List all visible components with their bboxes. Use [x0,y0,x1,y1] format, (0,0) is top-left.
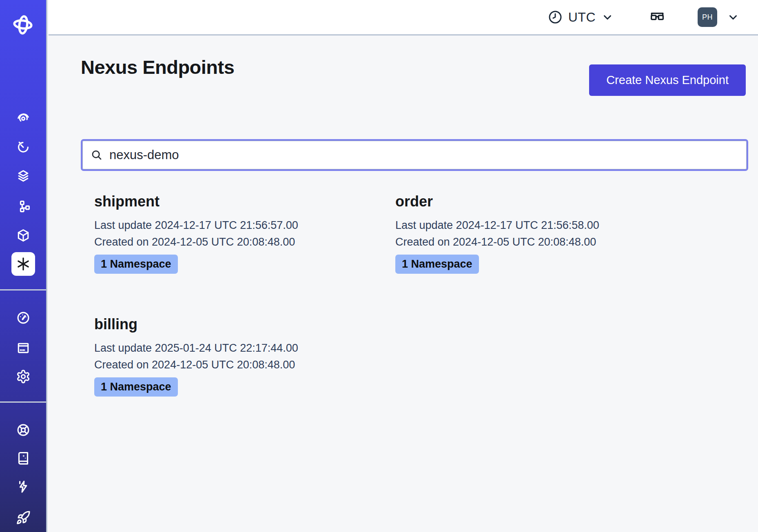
sidebar-divider [0,401,46,403]
endpoint-created-on: Created on 2024-12-05 UTC 20:08:48.00 [94,357,380,373]
endpoint-created-on: Created on 2024-12-05 UTC 20:08:48.00 [94,234,380,250]
endpoint-last-update: Last update 2025-01-24 UTC 22:17:44.00 [94,340,380,357]
gear-icon[interactable] [16,369,31,384]
timezone-label: UTC [568,10,596,25]
namespace-badge: 1 Namespace [94,377,178,397]
create-nexus-endpoint-button[interactable]: Create Nexus Endpoint [589,64,746,96]
endpoint-created-on: Created on 2024-12-05 UTC 20:08:48.00 [395,234,681,250]
topbar: UTC PH [49,0,758,35]
billing-card-icon[interactable] [16,340,31,356]
page-title: Nexus Endpoints [81,56,234,78]
endpoint-name-link[interactable]: shipment [94,192,380,211]
timer-icon[interactable] [16,139,31,154]
endpoint-last-update: Last update 2024-12-17 UTC 21:56:58.00 [395,217,681,234]
main-content: Nexus Endpoints Create Nexus Endpoint sh… [49,37,758,532]
search-input[interactable] [109,148,738,162]
temporal-logo[interactable] [12,12,35,39]
chevron-down-icon [727,11,739,23]
endpoint-name-link[interactable]: billing [94,315,380,334]
clock-icon [548,10,563,24]
layers-icon[interactable] [16,168,31,184]
endpoint-name-link[interactable]: order [395,192,681,211]
endpoint-card: shipment Last update 2024-12-17 UTC 21:5… [94,192,380,274]
lightning-icon[interactable] [16,479,31,494]
sidebar-divider [0,289,46,290]
endpoint-card: order Last update 2024-12-17 UTC 21:56:5… [395,192,681,274]
life-ring-icon[interactable] [16,422,31,438]
namespace-badge: 1 Namespace [395,255,479,274]
namespace-badge: 1 Namespace [94,255,178,274]
cube-icon[interactable] [16,228,31,243]
search-icon [91,149,103,161]
gauge-icon[interactable] [16,310,31,326]
asterisk-icon [15,256,31,272]
sidebar [0,0,47,532]
search-box [81,139,748,171]
sidebar-item-nexus-active[interactable] [11,252,35,276]
endpoint-card: billing Last update 2025-01-24 UTC 22:17… [94,315,380,397]
endpoint-last-update: Last update 2024-12-17 UTC 21:56:57.00 [94,217,380,234]
timezone-selector[interactable]: UTC [548,10,614,25]
book-sparkles-icon[interactable] [16,450,31,466]
endpoint-cards: shipment Last update 2024-12-17 UTC 21:5… [94,192,696,397]
glasses-button[interactable] [649,9,666,26]
avatar[interactable]: PH [698,7,717,27]
workflow-icon[interactable] [16,199,31,214]
rocket-icon[interactable] [16,510,31,525]
spiral-icon[interactable] [16,110,31,126]
glasses-icon [649,9,666,26]
chevron-down-icon [601,11,614,23]
